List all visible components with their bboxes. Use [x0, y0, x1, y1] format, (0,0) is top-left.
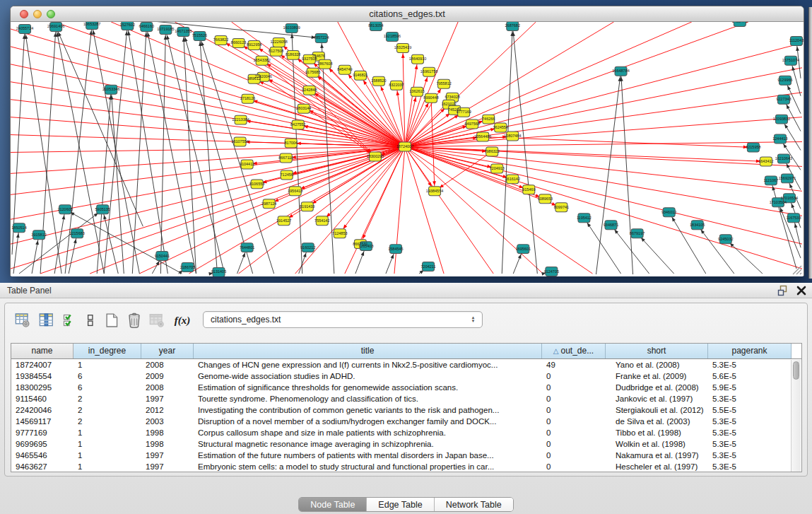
- cell-short[interactable]: Dudbridge et al. (2008): [606, 382, 708, 393]
- scrollbar-thumb[interactable]: [793, 361, 799, 380]
- cell-pagerank[interactable]: 5.3E-5: [708, 450, 792, 461]
- cell-indegree[interactable]: 1: [73, 450, 141, 461]
- cell-title[interactable]: Changes of HCN gene expression and I(f) …: [194, 359, 542, 370]
- tab-network-table[interactable]: Network Table: [435, 498, 513, 511]
- cell-short[interactable]: Jankovic et al. (1997): [606, 393, 708, 404]
- table-row[interactable]: 977716911998Corpus callosum shape and si…: [11, 427, 801, 438]
- cell-year[interactable]: 2008: [141, 359, 194, 370]
- column-header-indegree[interactable]: in_degree: [73, 344, 141, 358]
- cell-year[interactable]: 1998: [141, 438, 194, 450]
- cell-pagerank[interactable]: 5.3E-5: [708, 359, 792, 370]
- cell-outde[interactable]: 0: [542, 416, 606, 427]
- cell-pagerank[interactable]: 5.5E-5: [708, 404, 792, 416]
- cell-indegree[interactable]: 2: [73, 404, 141, 416]
- cell-indegree[interactable]: 1: [73, 438, 141, 450]
- cell-short[interactable]: Franke et al. (2009): [606, 370, 708, 382]
- table-row[interactable]: 969969511998Structural magnetic resonanc…: [11, 438, 801, 450]
- cell-title[interactable]: Estimation of significance thresholds fo…: [194, 382, 542, 393]
- column-header-name[interactable]: name: [11, 344, 73, 358]
- cell-indegree[interactable]: 2: [73, 416, 141, 427]
- delete-column-disabled-icon[interactable]: [148, 310, 166, 330]
- delete-table-icon[interactable]: [125, 310, 143, 330]
- column-header-pagerank[interactable]: pagerank: [708, 344, 792, 358]
- cell-pagerank[interactable]: 5.9E-5: [708, 382, 792, 393]
- cell-title[interactable]: Structural magnetic resonance image aver…: [194, 438, 542, 450]
- column-header-year[interactable]: year: [141, 344, 194, 358]
- cell-outde[interactable]: 0: [542, 461, 606, 472]
- select-rows-icon[interactable]: [60, 310, 78, 330]
- cell-outde[interactable]: 0: [542, 382, 606, 393]
- column-header-title[interactable]: title: [194, 344, 542, 358]
- cell-short[interactable]: de Silva et al. (2003): [606, 416, 708, 427]
- cell-outde[interactable]: 49: [542, 359, 606, 370]
- cell-year[interactable]: 1997: [141, 450, 194, 461]
- cell-short[interactable]: Yano et al. (2008): [606, 359, 708, 370]
- cell-title[interactable]: Genome-wide association studies in ADHD.: [194, 370, 542, 382]
- cell-title[interactable]: Tourette syndrome. Phenomenology and cla…: [194, 393, 542, 404]
- cell-indegree[interactable]: 6: [73, 370, 141, 382]
- table-settings-icon[interactable]: [13, 310, 32, 330]
- column-header-outde[interactable]: △out_de...: [542, 344, 606, 358]
- table-row[interactable]: 1456911722003Disruption of a novel membe…: [11, 416, 801, 427]
- tab-edge-table[interactable]: Edge Table: [367, 498, 434, 511]
- cell-name[interactable]: 14569117: [11, 416, 73, 427]
- cell-year[interactable]: 2008: [141, 382, 194, 393]
- cell-pagerank[interactable]: 5.3E-5: [708, 461, 792, 472]
- network-canvas[interactable]: 1872400724055724206914061065328715276026…: [11, 22, 804, 276]
- cell-short[interactable]: Nakamura et al. (1997): [606, 450, 708, 461]
- table-row[interactable]: 946554611997Estimation of the future num…: [11, 450, 801, 461]
- cell-outde[interactable]: 0: [542, 393, 606, 404]
- cell-title[interactable]: Investigating the contribution of common…: [194, 404, 542, 416]
- create-table-icon[interactable]: [102, 310, 121, 330]
- cell-short[interactable]: Stergiakouli et al. (2012): [606, 404, 708, 416]
- network-window[interactable]: citations_edges.txt 18724007240557242069…: [10, 6, 804, 276]
- cell-title[interactable]: Corpus callosum shape and size in male p…: [194, 427, 542, 438]
- cell-year[interactable]: 2012: [141, 404, 194, 416]
- cell-name[interactable]: 9777169: [11, 427, 73, 438]
- network-table-select[interactable]: citations_edges.txt ▲▼: [203, 311, 483, 328]
- tab-node-table[interactable]: Node Table: [299, 498, 367, 511]
- cell-name[interactable]: 9115460: [11, 393, 73, 404]
- table-row[interactable]: 1938455462009Genome-wide association stu…: [11, 370, 801, 382]
- cell-indegree[interactable]: 1: [73, 461, 141, 472]
- cell-pagerank[interactable]: 5.3E-5: [708, 393, 792, 404]
- citation-network-graph[interactable]: 1872400724055724206914061065328715276026…: [11, 22, 804, 276]
- table-vertical-scrollbar[interactable]: [791, 360, 801, 472]
- table-row[interactable]: 946362711997Embryonic stem cells: a mode…: [11, 461, 801, 472]
- function-builder-icon[interactable]: f(x): [173, 310, 192, 330]
- cell-short[interactable]: Wolkin et al. (1998): [606, 438, 708, 450]
- cell-title[interactable]: Estimation of the future numbers of pati…: [194, 450, 542, 461]
- network-window-titlebar[interactable]: citations_edges.txt: [11, 6, 804, 22]
- cell-indegree[interactable]: 2: [73, 393, 141, 404]
- cell-year[interactable]: 1997: [141, 461, 194, 472]
- cell-pagerank[interactable]: 5.3E-5: [708, 416, 792, 427]
- close-icon[interactable]: [796, 285, 807, 296]
- cell-indegree[interactable]: 1: [73, 427, 141, 438]
- column-header-short[interactable]: short: [606, 344, 708, 358]
- cell-outde[interactable]: 0: [542, 438, 606, 450]
- table-row[interactable]: 911546021997Tourette syndrome. Phenomeno…: [11, 393, 801, 404]
- cell-name[interactable]: 19384554: [11, 370, 73, 382]
- cell-pagerank[interactable]: 5.3E-5: [708, 427, 792, 438]
- cell-name[interactable]: 9463627: [11, 461, 73, 472]
- cell-outde[interactable]: 0: [542, 450, 606, 461]
- cell-indegree[interactable]: 1: [73, 359, 141, 370]
- table-row[interactable]: 2242004622012Investigating the contribut…: [11, 404, 801, 416]
- resize-grip-icon[interactable]: [790, 263, 803, 276]
- cell-year[interactable]: 2003: [141, 416, 194, 427]
- cell-pagerank[interactable]: 5.6E-5: [708, 370, 792, 382]
- cell-name[interactable]: 18724007: [11, 359, 73, 370]
- cell-name[interactable]: 9465546: [11, 450, 73, 461]
- cell-pagerank[interactable]: 5.3E-5: [708, 438, 792, 450]
- cell-outde[interactable]: 0: [542, 427, 606, 438]
- table-row[interactable]: 1830029562008Estimation of significance …: [11, 382, 801, 393]
- table-row[interactable]: 1872400712008Changes of HCN gene express…: [11, 359, 801, 370]
- float-window-icon[interactable]: [777, 285, 789, 296]
- cell-name[interactable]: 18300295: [11, 382, 73, 393]
- cell-title[interactable]: Disruption of a novel member of a sodium…: [194, 416, 542, 427]
- row-height-icon[interactable]: [81, 310, 100, 330]
- cell-year[interactable]: 1997: [141, 393, 194, 404]
- cell-name[interactable]: 9699695: [11, 438, 73, 450]
- cell-year[interactable]: 2009: [141, 370, 194, 382]
- cell-title[interactable]: Embryonic stem cells: a model to study s…: [194, 461, 542, 472]
